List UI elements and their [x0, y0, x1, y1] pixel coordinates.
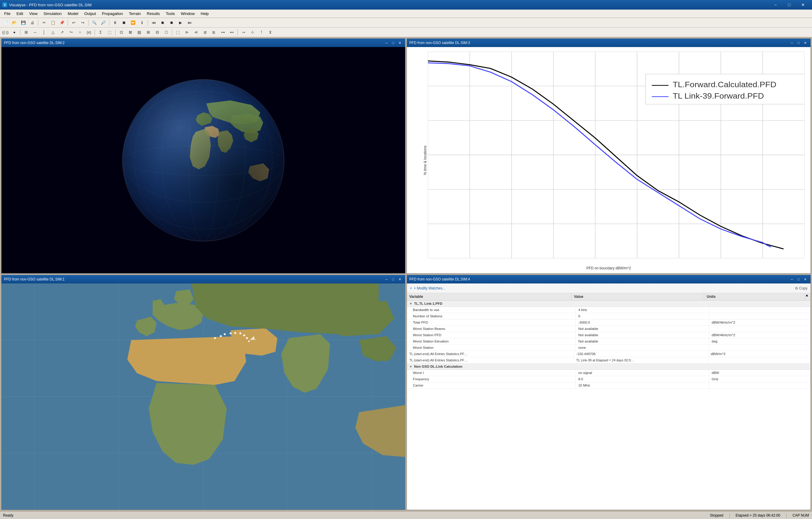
title-controls[interactable]: − □ ✕	[769, 1, 810, 9]
toolbar-rec[interactable]: ⏺	[158, 19, 167, 27]
toolbar-rec2[interactable]: ⏺	[167, 19, 176, 27]
menu-help[interactable]: Help	[198, 10, 212, 17]
toolbar2-line[interactable]: ─	[31, 28, 39, 36]
window-chart-maximize[interactable]: □	[795, 40, 802, 46]
toolbar2-btn3[interactable]: ⊡	[117, 28, 125, 36]
menu-model[interactable]: Model	[65, 10, 81, 17]
toolbar-info[interactable]: ℹ	[138, 19, 146, 27]
copy-btn[interactable]: ⧉ Copy	[795, 286, 808, 290]
window-globe-maximize[interactable]: □	[390, 40, 396, 46]
toolbar2-btn19[interactable]: ⊻	[266, 28, 274, 36]
table-row: Worst Station none	[407, 345, 811, 351]
toolbar-first[interactable]: ⏮	[149, 19, 158, 27]
title-bar: V Visualyse - PFD from non-GSO satellite…	[0, 0, 812, 9]
toolbar2-line2[interactable]: │	[40, 28, 48, 36]
title-left: V Visualyse - PFD from non-GSO satellite…	[2, 2, 92, 7]
toolbar2-btn16[interactable]: ⊸	[239, 28, 248, 36]
table-body[interactable]: ▼ TL.TL Link-1.PFD Bandwidth to use 4 kH…	[407, 301, 811, 510]
window-map-close[interactable]: ✕	[397, 276, 403, 282]
toolbar2-exp[interactable]: ⬚	[106, 28, 114, 36]
menu-terrain[interactable]: Terrain	[126, 10, 144, 17]
maximize-button[interactable]: □	[783, 1, 796, 9]
window-globe-minimize[interactable]: ─	[383, 40, 389, 46]
window-globe-controls[interactable]: ─ □ ✕	[383, 40, 403, 46]
window-map-controls[interactable]: ─ □ ✕	[383, 276, 403, 282]
toolbar2-wave[interactable]: 〜	[67, 28, 75, 36]
toolbar2-btn6[interactable]: ⊞	[144, 28, 152, 36]
window-map-maximize[interactable]: □	[390, 276, 396, 282]
toolbar2-btn2[interactable]: ●	[10, 28, 19, 36]
window-chart-close[interactable]: ✕	[802, 40, 808, 46]
menu-view[interactable]: View	[26, 10, 40, 17]
window-table-controls[interactable]: ─ □ ✕	[789, 276, 808, 282]
toolbar2-btn9[interactable]: ⬚	[174, 28, 182, 36]
toolbar-open[interactable]: 📂	[10, 19, 19, 27]
toolbar2-btn12[interactable]: ⊴	[201, 28, 209, 36]
toolbar2-btn11[interactable]: ⊲	[192, 28, 200, 36]
val-wse: Not available	[576, 338, 709, 344]
close-button[interactable]: ✕	[796, 1, 810, 9]
elapsed-time: Elapsed = 25 days 06:42:00	[736, 513, 780, 518]
toolbar2-btn8[interactable]: ⬡	[162, 28, 170, 36]
var-bw: Bandwidth to use	[407, 307, 576, 313]
window-chart-minimize[interactable]: ─	[789, 40, 795, 46]
status-bar: Ready Stopped Elapsed = 25 days 06:42:00…	[0, 511, 812, 519]
window-chart-controls[interactable]: ─ □ ✕	[789, 40, 808, 46]
separator	[38, 20, 38, 26]
toolbar-fwd[interactable]: ▶	[176, 19, 185, 27]
toolbar2-grid[interactable]: ⊞	[22, 28, 30, 36]
toolbar-cut[interactable]: ✂	[40, 19, 48, 27]
var-se2: TL.(start-end).All Entries Statistics.PF…	[407, 357, 574, 363]
menu-propagation[interactable]: Propagation	[99, 10, 126, 17]
minimize-button[interactable]: −	[769, 1, 782, 9]
toolbar-paste[interactable]: 📌	[58, 19, 66, 27]
toolbar-ff[interactable]: ⏩	[129, 19, 137, 27]
menu-edit[interactable]: Edit	[13, 10, 26, 17]
toolbar2-btn13[interactable]: ⊵	[210, 28, 218, 36]
units-se2	[708, 357, 811, 363]
toolbar-undo[interactable]: ↩	[69, 19, 78, 27]
toolbar2-btn14[interactable]: ⊶	[219, 28, 227, 36]
toolbar-stop[interactable]: ⏹	[120, 19, 128, 27]
toolbar2-btn17[interactable]: ⊹	[248, 28, 257, 36]
toolbar-redo[interactable]: ↪	[79, 19, 87, 27]
globe-svg	[116, 74, 290, 247]
window-table-close[interactable]: ✕	[802, 276, 808, 282]
toolbar2-tri[interactable]: △	[49, 28, 57, 36]
toolbar2-btn5[interactable]: ▤	[135, 28, 143, 36]
menu-tools[interactable]: Tools	[163, 10, 178, 17]
toolbar-fwd2[interactable]: ⏭	[185, 19, 194, 27]
toolbar2-btn10[interactable]: ⊳	[183, 28, 191, 36]
window-globe-close[interactable]: ✕	[397, 40, 403, 46]
toolbar-new[interactable]: 📄	[1, 19, 9, 27]
menu-file[interactable]: File	[1, 10, 13, 17]
toolbar2-arrow[interactable]: ↗	[58, 28, 66, 36]
header-value: Value	[572, 293, 704, 300]
menu-results[interactable]: Results	[144, 10, 163, 17]
svg-point-60	[220, 335, 222, 337]
toolbar-zoom-out[interactable]: 🔎	[99, 19, 108, 27]
window-map-minimize[interactable]: ─	[383, 276, 389, 282]
menu-simulation[interactable]: Simulation	[40, 10, 65, 17]
toolbar-save[interactable]: 💾	[19, 19, 28, 27]
modify-watches-btn[interactable]: + + Modify Watches...	[410, 286, 445, 290]
toolbar2-sym[interactable]: (x)	[85, 28, 93, 36]
menu-window[interactable]: Window	[178, 10, 198, 17]
toolbar2-btn4[interactable]: ⊠	[126, 28, 135, 36]
table-row: Worst Station PFD Not available dBW/4kHz…	[407, 332, 811, 338]
window-globe-content	[1, 47, 405, 273]
menu-output[interactable]: Output	[81, 10, 99, 17]
table-row: TL.(start-end).All Entries Statistics.PF…	[407, 351, 811, 357]
toolbar2-btn1[interactable]: ((·))	[1, 28, 9, 36]
toolbar-copy[interactable]: 📋	[49, 19, 57, 27]
toolbar-play[interactable]: ⏸	[111, 19, 119, 27]
window-table-minimize[interactable]: ─	[789, 276, 795, 282]
toolbar-zoom-in[interactable]: 🔍	[90, 19, 98, 27]
toolbar2-btn7[interactable]: ⊟	[153, 28, 162, 36]
toolbar-print[interactable]: 🖨	[28, 19, 36, 27]
toolbar2-btn15[interactable]: ⊷	[228, 28, 236, 36]
toolbar2-sigma[interactable]: Σ	[96, 28, 105, 36]
toolbar2-btn18[interactable]: ⊺	[257, 28, 266, 36]
window-table-maximize[interactable]: □	[795, 276, 802, 282]
toolbar2-circle[interactable]: ○	[76, 28, 84, 36]
